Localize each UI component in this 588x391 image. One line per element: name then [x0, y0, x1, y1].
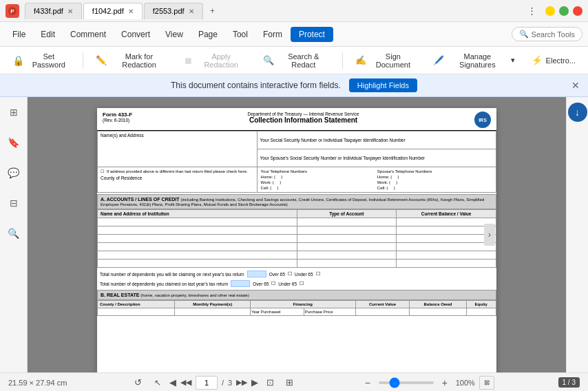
- section-b-header: B. REAL ESTATE (home, vacation property,…: [97, 290, 496, 300]
- new-tab-button[interactable]: +: [204, 3, 221, 19]
- menu-tool[interactable]: Tool: [226, 27, 255, 42]
- sidebar-item-layers[interactable]: ⊟: [4, 193, 23, 213]
- menu-page[interactable]: Page: [191, 27, 224, 42]
- cursor-tool[interactable]: ↺: [131, 376, 146, 390]
- menu-comment[interactable]: Comment: [63, 27, 113, 42]
- manage-signatures-button[interactable]: 🖊️ Manage Signatures ▾: [426, 50, 521, 72]
- more-options-button[interactable]: ⋮: [522, 3, 541, 19]
- zoom-slider[interactable]: [379, 381, 434, 384]
- set-password-button[interactable]: 🔒 Set Password: [6, 50, 77, 72]
- status-bar: 21.59 × 27.94 cm ↺ ↖ ◀ ◀◀ / 3 ▶▶ ▶ ⊡ ⊞ −…: [0, 372, 588, 391]
- form-number: Form 433-F (Rev. 6-2010): [103, 112, 132, 123]
- mark-for-redaction-label: Mark for Redaction: [110, 52, 169, 69]
- select-tool[interactable]: ↖: [150, 376, 165, 390]
- zoom-fit-button[interactable]: ⊠: [479, 376, 494, 390]
- sign-document-button[interactable]: ✍️ Sign Document: [348, 50, 423, 72]
- tab-f1042-label: f1042.pdf: [92, 7, 124, 15]
- document-area: ‹ Form 433-F (Rev. 6-2010) Department of…: [28, 97, 566, 372]
- tab-f1042[interactable]: f1042.pdf ✕: [83, 3, 143, 19]
- tab-f2553[interactable]: f2553.pdf ✕: [144, 3, 203, 19]
- right-sidebar: ↓: [566, 97, 588, 372]
- sidebar-item-bookmarks[interactable]: 🔖: [4, 133, 23, 152]
- table-row: [98, 243, 496, 251]
- search-redact-icon: 🔍: [263, 55, 274, 65]
- electronic-button[interactable]: ⚡ Electro...: [525, 52, 582, 68]
- toolbar: 🔒 Set Password ✏️ Mark for Redaction ◼ A…: [0, 47, 588, 74]
- sidebar-item-pages[interactable]: ⊞: [4, 103, 23, 122]
- minimize-button[interactable]: [545, 6, 555, 16]
- menu-edit[interactable]: Edit: [34, 27, 62, 42]
- sidebar-item-search[interactable]: 🔍: [4, 224, 23, 243]
- tab-f433f-close[interactable]: ✕: [67, 8, 73, 15]
- table-row: [98, 251, 496, 260]
- document-dimensions: 21.59 × 27.94 cm: [8, 379, 67, 387]
- menu-file[interactable]: File: [6, 27, 32, 42]
- table-row: [98, 260, 496, 268]
- search-redact-button[interactable]: 🔍 Search & Redact: [256, 50, 337, 72]
- right-sidebar-download[interactable]: ↓: [568, 103, 587, 122]
- electronic-label: Electro...: [546, 56, 576, 65]
- tab-f433f[interactable]: f433f.pdf ✕: [25, 3, 82, 19]
- notification-close-button[interactable]: ✕: [571, 80, 580, 91]
- tab-f433f-label: f433f.pdf: [34, 7, 63, 15]
- signatures-icon: 🖊️: [433, 55, 444, 65]
- next-page-button[interactable]: ▶: [251, 377, 258, 388]
- document-page-container: ‹ Form 433-F (Rev. 6-2010) Department of…: [97, 108, 496, 361]
- pdf-page: Form 433-F (Rev. 6-2010) Department of t…: [97, 108, 496, 372]
- apply-icon: ◼: [185, 55, 192, 65]
- toolbar-separator-1: [83, 52, 83, 69]
- menu-protect[interactable]: Protect: [291, 27, 333, 42]
- dropdown-icon: ▾: [511, 56, 515, 65]
- sidebar-item-comments[interactable]: 💬: [4, 163, 23, 182]
- section-a-table: Name and Address of Institution Type of …: [97, 209, 496, 268]
- sign-document-label: Sign Document: [370, 52, 417, 69]
- prev-page-fast[interactable]: ◀◀: [180, 378, 191, 387]
- search-redact-label: Search & Redact: [277, 52, 330, 69]
- table-row: [98, 218, 496, 226]
- page-number-input[interactable]: [196, 376, 218, 390]
- title-bar: P f433f.pdf ✕ f1042.pdf ✕ f2553.pdf ✕ + …: [0, 0, 588, 22]
- page-arrow-right[interactable]: ›: [484, 224, 495, 246]
- apply-redaction-label: Apply Redaction: [196, 52, 246, 69]
- tab-f2553-close[interactable]: ✕: [189, 8, 194, 15]
- search-icon: 🔍: [519, 30, 529, 39]
- fit-width-button[interactable]: ⊞: [282, 377, 297, 388]
- menu-convert[interactable]: Convert: [114, 27, 157, 42]
- title-bar-left: P f433f.pdf ✕ f1042.pdf ✕ f2553.pdf ✕ +: [6, 3, 522, 19]
- left-sidebar: ⊞ 🔖 💬 ⊟ 🔍: [0, 97, 28, 372]
- dependents-row-1: Total number of dependents you will be c…: [97, 268, 496, 279]
- zoom-level: 100%: [456, 379, 475, 387]
- toolbar-separator-2: [342, 52, 343, 69]
- zoom-in-button[interactable]: +: [438, 376, 452, 390]
- zoom-controls: − + 100% ⊠: [361, 376, 494, 390]
- page-badge: 1 / 3: [558, 377, 580, 388]
- zoom-out-button[interactable]: −: [361, 376, 375, 390]
- set-password-label: Set Password: [28, 52, 70, 69]
- tab-f2553-label: f2553.pdf: [153, 7, 185, 15]
- electronic-icon: ⚡: [532, 55, 543, 65]
- section-b-table: County / Description Monthly Payment(s) …: [97, 300, 496, 316]
- prev-page-button[interactable]: ◀: [169, 377, 176, 388]
- fit-page-button[interactable]: ⊡: [262, 377, 277, 388]
- table-row: [98, 235, 496, 243]
- window-controls: ⋮: [522, 3, 582, 19]
- svg-text:P: P: [10, 8, 14, 14]
- apply-redaction-button[interactable]: ◼ Apply Redaction: [178, 50, 253, 72]
- table-row: [98, 226, 496, 235]
- menu-form[interactable]: Form: [256, 27, 289, 42]
- navigation-controls: ↺ ↖ ◀ ◀◀ / 3 ▶▶ ▶ ⊡ ⊞: [131, 376, 297, 390]
- sign-icon: ✍️: [355, 55, 366, 65]
- notification-message: This document contains interactive form …: [171, 81, 341, 90]
- search-tools-input[interactable]: 🔍 Search Tools: [512, 27, 582, 41]
- tab-f1042-close[interactable]: ✕: [128, 8, 134, 15]
- close-button[interactable]: [573, 6, 582, 16]
- menu-view[interactable]: View: [158, 27, 190, 42]
- form-title-area: Department of the Treasury — Internal Re…: [132, 112, 474, 124]
- maximize-button[interactable]: [559, 6, 569, 16]
- lock-icon: 🔒: [12, 55, 24, 66]
- page-separator: /: [222, 379, 224, 387]
- highlight-fields-button[interactable]: Highlight Fields: [349, 78, 417, 92]
- mark-for-redaction-button[interactable]: ✏️ Mark for Redaction: [89, 50, 176, 72]
- next-page-fast[interactable]: ▶▶: [236, 378, 247, 387]
- app-icon: P: [6, 4, 19, 18]
